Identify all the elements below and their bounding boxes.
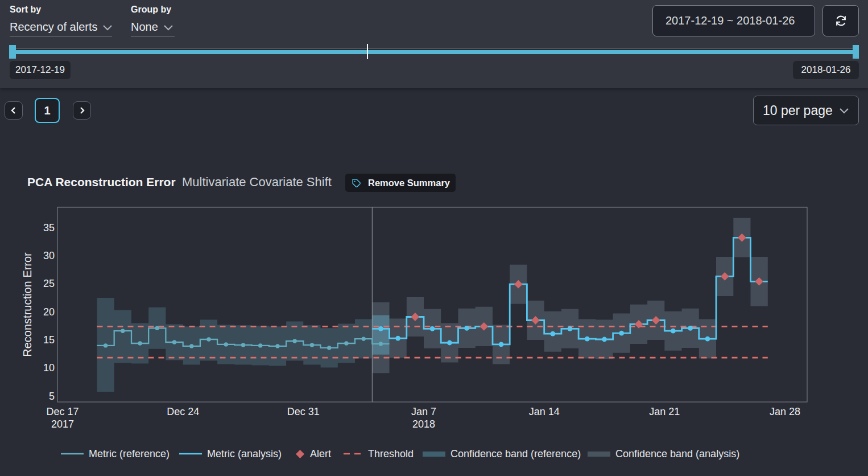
svg-text:Jan 21: Jan 21 [649, 406, 680, 417]
svg-text:20: 20 [43, 306, 55, 318]
svg-text:Dec 24: Dec 24 [167, 406, 199, 417]
svg-text:2018: 2018 [412, 418, 435, 430]
svg-text:2017: 2017 [51, 418, 74, 430]
svg-text:25: 25 [43, 278, 55, 289]
svg-text:Jan 7: Jan 7 [411, 406, 436, 417]
svg-text:10: 10 [43, 362, 55, 374]
svg-text:Reconstruction Error: Reconstruction Error [21, 252, 34, 357]
svg-text:Jan 14: Jan 14 [529, 406, 560, 417]
svg-text:5: 5 [49, 391, 55, 402]
svg-text:Jan 28: Jan 28 [770, 406, 800, 417]
svg-text:Dec 31: Dec 31 [287, 406, 320, 417]
svg-text:Dec 17: Dec 17 [46, 406, 78, 417]
svg-text:15: 15 [43, 334, 55, 346]
svg-text:30: 30 [43, 250, 55, 261]
svg-text:35: 35 [43, 222, 55, 233]
